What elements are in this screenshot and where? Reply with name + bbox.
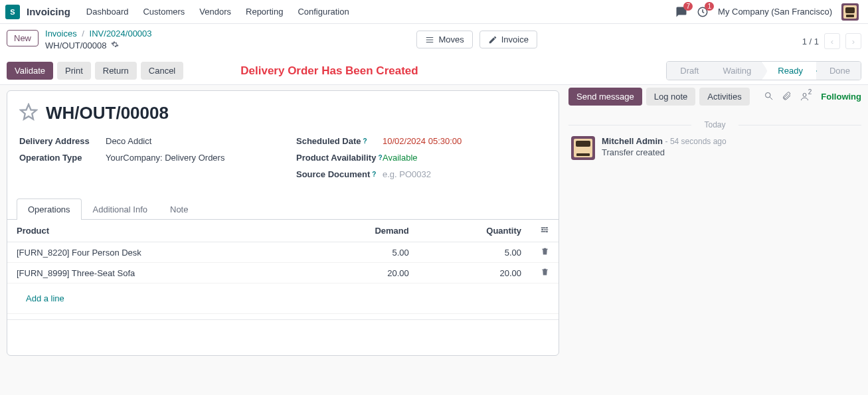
tab-note[interactable]: Note [159, 198, 199, 220]
label-source-document: Source Document? [296, 169, 383, 179]
menu-reporting[interactable]: Reporting [246, 7, 283, 17]
svg-line-6 [770, 97, 772, 100]
value-delivery-address[interactable]: Deco Addict [106, 136, 151, 146]
main-menu: Dashboard Customers Vendors Reporting Co… [86, 7, 349, 17]
messages-icon[interactable]: 7 [675, 6, 687, 18]
print-button[interactable]: Print [57, 62, 91, 80]
gear-icon[interactable] [111, 40, 119, 52]
cell-quantity[interactable]: 20.00 [418, 263, 531, 283]
trash-icon[interactable] [541, 248, 549, 258]
menu-dashboard[interactable]: Dashboard [86, 7, 129, 17]
menu-configuration[interactable]: Configuration [298, 7, 349, 17]
list-icon [425, 35, 434, 44]
col-quantity[interactable]: Quantity [418, 220, 531, 242]
menu-vendors[interactable]: Vendors [199, 7, 231, 17]
value-availability: Available [383, 153, 418, 163]
user-avatar[interactable] [841, 3, 859, 21]
col-product[interactable]: Product [7, 220, 308, 242]
crumb-invoices[interactable]: Invoices [45, 29, 77, 39]
label-availability: Product Availability? [296, 153, 383, 163]
status-message: Delivery Order Has Been Created [240, 64, 418, 78]
help-icon[interactable]: ? [363, 137, 367, 145]
avatar[interactable] [571, 136, 595, 160]
return-button[interactable]: Return [95, 62, 137, 80]
breadcrumb: Invoices / INV/2024/00003 [45, 28, 152, 40]
value-source-document[interactable]: e.g. PO0032 [383, 169, 431, 179]
add-line[interactable]: Add a line [17, 288, 74, 309]
label-scheduled-date: Scheduled Date? [296, 136, 383, 146]
value-scheduled-date[interactable]: 10/02/2024 05:30:00 [383, 136, 462, 146]
trash-icon[interactable] [541, 268, 549, 278]
tab-additional-info[interactable]: Additional Info [82, 198, 159, 220]
state-waiting[interactable]: Waiting [709, 62, 762, 80]
invoice-button[interactable]: Invoice [479, 31, 537, 48]
message-body: Transfer created [602, 147, 727, 157]
pager-text[interactable]: 1 / 1 [802, 37, 819, 46]
table-row[interactable]: [FURN_8220] Four Person Desk 5.00 5.00 [7, 242, 559, 263]
state-done[interactable]: Done [816, 62, 861, 80]
svg-point-3 [541, 229, 543, 230]
record-title: WH/OUT/00008 [46, 103, 169, 123]
form-sheet: WH/OUT/00008 Delivery Address Deco Addic… [7, 90, 559, 356]
help-icon[interactable]: ? [378, 154, 382, 161]
svg-marker-1 [21, 105, 36, 119]
star-icon[interactable] [19, 103, 38, 123]
pager-prev[interactable]: ‹ [824, 33, 840, 49]
message-time: - 54 seconds ago [665, 137, 727, 146]
cell-product[interactable]: [FURN_8999] Three-Seat Sofa [7, 263, 308, 283]
day-separator: Today [568, 120, 861, 129]
cancel-button[interactable]: Cancel [141, 62, 183, 80]
search-icon[interactable] [764, 91, 774, 103]
columns-icon[interactable] [540, 226, 549, 236]
cell-quantity[interactable]: 5.00 [418, 242, 531, 263]
moves-button[interactable]: Moves [416, 31, 472, 48]
status-bar: Draft Waiting Ready Done [666, 61, 861, 80]
crumb-invoice-number[interactable]: INV/2024/00003 [90, 29, 152, 39]
label-operation-type: Operation Type [19, 153, 106, 163]
messages-badge: 7 [683, 2, 693, 11]
activities-icon[interactable]: 1 [697, 6, 709, 18]
menu-customers[interactable]: Customers [143, 7, 185, 17]
col-demand[interactable]: Demand [308, 220, 418, 242]
crumb-record: WH/OUT/00008 [45, 40, 106, 52]
value-operation-type[interactable]: YourCompany: Delivery Orders [106, 153, 224, 163]
tab-operations[interactable]: Operations [17, 198, 82, 220]
state-ready[interactable]: Ready [761, 61, 817, 80]
chatter: Send message Log note Activities 2 Follo… [566, 85, 868, 362]
activities-badge: 1 [705, 2, 714, 11]
label-delivery-address: Delivery Address [19, 136, 106, 146]
cell-product[interactable]: [FURN_8220] Four Person Desk [7, 242, 308, 263]
validate-button[interactable]: Validate [7, 62, 53, 80]
svg-point-5 [765, 92, 770, 98]
company-switcher[interactable]: My Company (San Francisco) [718, 7, 832, 17]
log-note-button[interactable]: Log note [646, 88, 696, 106]
cell-demand[interactable]: 5.00 [308, 242, 418, 263]
follower-icon[interactable]: 2 [800, 92, 814, 102]
table-row[interactable]: [FURN_8999] Three-Seat Sofa 20.00 20.00 [7, 263, 559, 283]
send-message-button[interactable]: Send message [568, 88, 642, 106]
pager-next[interactable]: › [845, 33, 861, 49]
operations-table: Product Demand Quantity [FURN_8220] Four… [7, 220, 559, 314]
activities-button[interactable]: Activities [699, 88, 749, 106]
state-draft[interactable]: Draft [667, 62, 709, 80]
svg-point-4 [546, 231, 547, 232]
svg-point-2 [546, 227, 547, 228]
app-icon[interactable]: S [5, 5, 20, 19]
help-icon[interactable]: ? [372, 171, 376, 178]
message-author[interactable]: Mitchell Admin [602, 136, 663, 146]
svg-point-7 [803, 94, 806, 97]
cell-demand[interactable]: 20.00 [308, 263, 418, 283]
attachment-icon[interactable] [782, 91, 792, 103]
app-name[interactable]: Invoicing [27, 6, 70, 17]
log-message: Mitchell Admin - 54 seconds ago Transfer… [568, 136, 861, 160]
new-button[interactable]: New [7, 30, 39, 46]
following-toggle[interactable]: Following [821, 92, 861, 102]
edit-icon [488, 35, 497, 44]
